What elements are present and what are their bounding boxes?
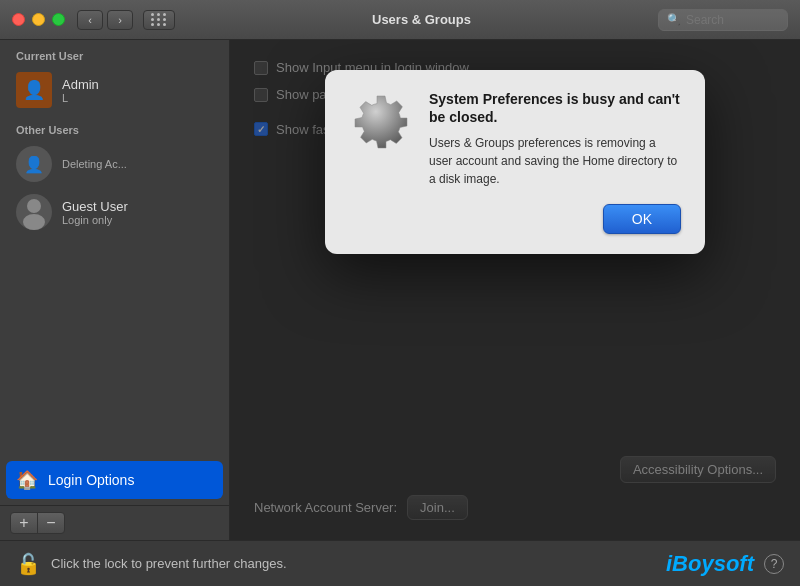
dialog-title: System Preferences is busy and can't be …	[429, 90, 681, 126]
back-button[interactable]: ‹	[77, 10, 103, 30]
svg-point-1	[23, 214, 45, 230]
guest-avatar	[16, 194, 52, 230]
guest-user-info: Guest User Login only	[62, 199, 128, 226]
current-user-label: Current User	[0, 40, 229, 66]
guest-user-role: Login only	[62, 214, 128, 226]
traffic-lights	[12, 13, 65, 26]
dialog-text-area: System Preferences is busy and can't be …	[429, 90, 681, 188]
lock-text: Click the lock to prevent further change…	[51, 556, 656, 571]
house-icon: 🏠	[16, 469, 38, 491]
gear-icon	[349, 90, 413, 154]
dialog-top: System Preferences is busy and can't be …	[349, 90, 681, 188]
login-options-item[interactable]: 🏠 Login Options	[6, 461, 223, 499]
sidebar-item-guest[interactable]: Guest User Login only	[0, 188, 229, 236]
dialog-body: Users & Groups preferences is removing a…	[429, 134, 681, 188]
admin-user-info: Admin L	[62, 77, 99, 104]
admin-avatar: 👤	[16, 72, 52, 108]
sidebar-item-admin[interactable]: 👤 Admin L	[0, 66, 229, 114]
grid-view-button[interactable]	[143, 10, 175, 30]
deleting-avatar: 👤	[16, 146, 52, 182]
ok-button[interactable]: OK	[603, 204, 681, 234]
admin-user-role: L	[62, 92, 99, 104]
window-title: Users & Groups	[185, 12, 658, 27]
main-content: Current User 👤 Admin L Other Users 👤 Del…	[0, 40, 800, 540]
grid-dots-icon	[151, 13, 167, 26]
nav-buttons: ‹ ›	[77, 10, 133, 30]
dialog: System Preferences is busy and can't be …	[325, 70, 705, 254]
svg-point-0	[27, 199, 41, 213]
add-user-button[interactable]: +	[10, 512, 38, 534]
admin-user-name: Admin	[62, 77, 99, 92]
dialog-footer: OK	[349, 204, 681, 234]
remove-user-button[interactable]: −	[37, 512, 65, 534]
bottom-bar: 🔓 Click the lock to prevent further chan…	[0, 540, 800, 586]
lock-icon[interactable]: 🔓	[16, 552, 41, 576]
search-box[interactable]: 🔍	[658, 9, 788, 31]
sidebar-bottom-buttons: + −	[0, 505, 229, 540]
close-button[interactable]	[12, 13, 25, 26]
right-panel: Show Input menu in login window Show pas…	[230, 40, 800, 540]
help-button[interactable]: ?	[764, 554, 784, 574]
other-users-label: Other Users	[0, 114, 229, 140]
forward-button[interactable]: ›	[107, 10, 133, 30]
login-options-label: Login Options	[48, 472, 134, 488]
guest-user-name: Guest User	[62, 199, 128, 214]
sidebar: Current User 👤 Admin L Other Users 👤 Del…	[0, 40, 230, 540]
search-icon: 🔍	[667, 13, 681, 26]
deleting-user-name: Deleting Ac...	[62, 158, 127, 170]
minimize-button[interactable]	[32, 13, 45, 26]
iboysoft-logo: iBoysoft	[666, 551, 754, 577]
search-input[interactable]	[686, 13, 776, 27]
sidebar-item-deleting[interactable]: 👤 Deleting Ac...	[0, 140, 229, 188]
dialog-overlay: System Preferences is busy and can't be …	[230, 40, 800, 540]
titlebar: ‹ › Users & Groups 🔍	[0, 0, 800, 40]
maximize-button[interactable]	[52, 13, 65, 26]
deleting-user-info: Deleting Ac...	[62, 158, 127, 170]
